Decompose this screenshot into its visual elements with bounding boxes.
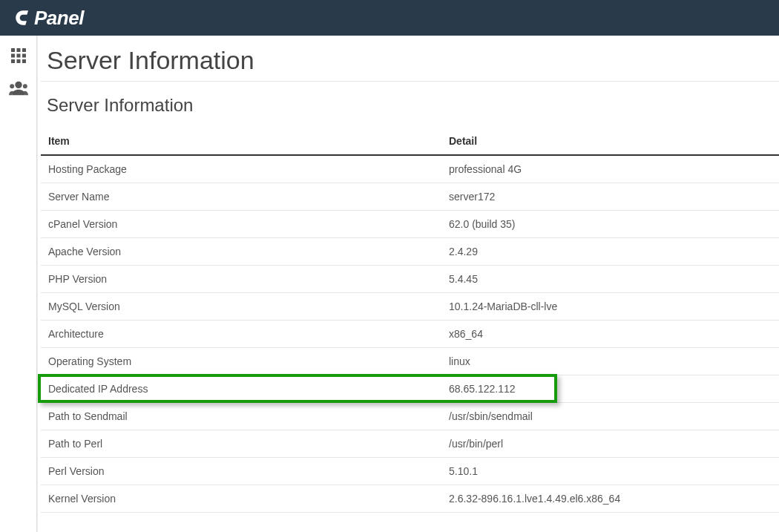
- cell-detail: 5.10.1: [441, 458, 779, 485]
- svg-rect-3: [11, 54, 15, 58]
- svg-rect-5: [22, 54, 26, 58]
- cell-item: Dedicated IP Address: [41, 375, 441, 403]
- sidebar-grid-icon[interactable]: [9, 46, 28, 65]
- logo-text: Panel: [34, 7, 84, 30]
- page-title: Server Information: [41, 46, 779, 82]
- content-area: Server Information Server Information It…: [37, 36, 779, 532]
- table-row: PHP Version5.4.45: [41, 266, 779, 293]
- cell-item: Apache Version: [41, 238, 441, 266]
- cell-detail: server172: [441, 183, 779, 211]
- cell-item: Architecture: [41, 321, 441, 348]
- svg-point-9: [15, 82, 22, 88]
- svg-point-10: [10, 84, 14, 88]
- svg-rect-6: [11, 59, 15, 63]
- table-row: Architecturex86_64: [41, 321, 779, 348]
- table-row: Path to Sendmail/usr/sbin/sendmail: [41, 403, 779, 430]
- table-row: Path to Perl/usr/bin/perl: [41, 430, 779, 458]
- section-title: Server Information: [41, 95, 779, 122]
- svg-rect-0: [11, 48, 15, 52]
- cpanel-logo-icon: [13, 8, 33, 27]
- table-row: Kernel Version2.6.32-896.16.1.lve1.4.49.…: [41, 485, 779, 513]
- cell-detail: /usr/sbin/sendmail: [441, 403, 779, 430]
- app-header: Panel: [0, 0, 779, 36]
- svg-rect-8: [22, 59, 26, 63]
- table-row: Server Nameserver172: [41, 183, 779, 211]
- cpanel-logo[interactable]: Panel: [13, 7, 84, 30]
- sidebar-users-icon[interactable]: [9, 79, 28, 98]
- users-icon: [9, 79, 28, 97]
- cell-item: Path to Perl: [41, 430, 441, 458]
- cell-item: cPanel Version: [41, 211, 441, 238]
- main-layout: Server Information Server Information It…: [0, 36, 779, 532]
- cell-item: Operating System: [41, 348, 441, 375]
- cell-item: Hosting Package: [41, 155, 441, 183]
- cell-detail: professional 4G: [441, 155, 779, 183]
- cell-detail: x86_64: [441, 321, 779, 348]
- table-row: Dedicated IP Address68.65.122.112: [41, 375, 779, 403]
- table-row: Operating Systemlinux: [41, 348, 779, 375]
- grid-icon: [10, 47, 27, 65]
- server-info-table-wrap: Item Detail Hosting Packageprofessional …: [41, 128, 779, 513]
- cell-detail: 62.0 (build 35): [441, 211, 779, 238]
- sidebar: [0, 36, 37, 532]
- table-header-row: Item Detail: [41, 128, 779, 155]
- table-body: Hosting Packageprofessional 4GServer Nam…: [41, 155, 779, 513]
- cell-item: Kernel Version: [41, 485, 441, 513]
- svg-point-11: [22, 84, 27, 88]
- table-row: MySQL Version10.1.24-MariaDB-cll-lve: [41, 293, 779, 321]
- cell-item: Path to Sendmail: [41, 403, 441, 430]
- svg-rect-2: [22, 48, 26, 52]
- col-header-detail: Detail: [441, 128, 779, 155]
- col-header-item: Item: [41, 128, 441, 155]
- cell-item: PHP Version: [41, 266, 441, 293]
- cell-item: Perl Version: [41, 458, 441, 485]
- cell-item: Server Name: [41, 183, 441, 211]
- cell-detail: 5.4.45: [441, 266, 779, 293]
- cell-detail: /usr/bin/perl: [441, 430, 779, 458]
- svg-rect-7: [16, 59, 20, 63]
- table-row: Perl Version5.10.1: [41, 458, 779, 485]
- cell-detail: 2.4.29: [441, 238, 779, 266]
- cell-item: MySQL Version: [41, 293, 441, 321]
- table-row: Apache Version2.4.29: [41, 238, 779, 266]
- table-row: cPanel Version62.0 (build 35): [41, 211, 779, 238]
- table-row: Hosting Packageprofessional 4G: [41, 155, 779, 183]
- server-info-table: Item Detail Hosting Packageprofessional …: [41, 128, 779, 513]
- svg-rect-1: [16, 48, 20, 52]
- cell-detail: 10.1.24-MariaDB-cll-lve: [441, 293, 779, 321]
- cell-detail: linux: [441, 348, 779, 375]
- cell-detail: 2.6.32-896.16.1.lve1.4.49.el6.x86_64: [441, 485, 779, 513]
- cell-detail: 68.65.122.112: [441, 375, 779, 403]
- svg-rect-4: [16, 54, 20, 58]
